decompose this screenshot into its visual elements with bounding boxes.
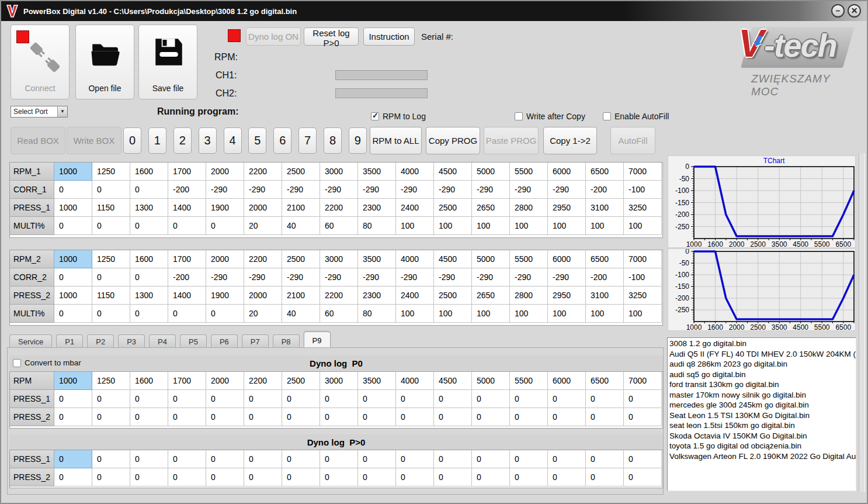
table-cell[interactable]: 3000 [320,250,358,268]
table-cell[interactable]: 2000 [206,163,244,181]
table-cell[interactable]: 6000 [548,372,586,390]
number-button-2[interactable]: 2 [173,127,192,154]
table-cell[interactable]: 1900 [206,286,244,305]
table-cell[interactable]: 2650 [472,286,510,305]
table-cell[interactable]: 100 [548,217,586,235]
table-cell[interactable]: 0 [510,468,548,486]
rpm-to-log-checkbox[interactable]: RPM to Log [371,112,426,121]
table-cell[interactable]: 4500 [434,372,472,390]
table-cell[interactable]: 100 [472,217,510,235]
table-cell[interactable]: 0 [92,181,130,199]
table-cell[interactable]: -290 [206,181,244,199]
table-cell[interactable]: 6500 [586,372,624,390]
table-cell[interactable]: -290 [510,181,548,199]
table-cell[interactable]: 1900 [206,199,244,217]
table-cell[interactable]: -100 [624,181,662,199]
select-port-dropdown[interactable]: Select Port ▼ [11,106,68,118]
table-cell[interactable]: 5000 [472,163,510,181]
table-cell[interactable]: 2000 [206,372,244,390]
table-cell[interactable]: 1250 [92,372,130,390]
table-cell[interactable]: 1600 [130,250,168,268]
connect-button[interactable]: Connect [11,25,70,99]
table-cell[interactable]: 2300 [358,286,396,305]
table-cell[interactable]: 3000 [320,372,358,390]
table-cell[interactable]: 20 [244,305,282,323]
table-cell[interactable]: 100 [510,217,548,235]
table-cell[interactable]: 2800 [510,199,548,217]
table-cell[interactable]: 4000 [396,163,434,181]
table-cell[interactable]: 0 [586,468,624,486]
table-cell[interactable]: 0 [358,450,396,468]
table-cell[interactable]: 1000 [54,286,92,305]
table-cell[interactable]: -290 [396,268,434,286]
table-cell[interactable]: 0 [206,390,244,408]
table-cell[interactable]: -290 [358,181,396,199]
table-cell[interactable]: 0 [434,390,472,408]
autofill-button[interactable]: AutoFill [610,127,655,154]
table-cell[interactable]: 0 [206,408,244,426]
table-cell[interactable]: 1000 [54,199,92,217]
file-list-item[interactable]: toyota 1.5 go digital od obciążenia.bin [669,441,856,451]
file-list-item[interactable]: 3008 1.2 go digital.bin [669,339,856,349]
table-cell[interactable]: 0 [54,408,92,426]
table-cell[interactable]: 0 [168,450,206,468]
table-cell[interactable]: 0 [586,450,624,468]
table-cell[interactable]: 0 [92,408,130,426]
tab-p4[interactable]: P4 [149,334,176,348]
table-cell[interactable]: 5500 [510,372,548,390]
table-cell[interactable]: -200 [586,268,624,286]
table-cell[interactable]: 0 [54,268,92,286]
table-cell[interactable]: 0 [92,468,130,486]
tab-p6[interactable]: P6 [211,334,238,348]
table-cell[interactable]: 0 [130,305,168,323]
table-cell[interactable]: 2000 [244,199,282,217]
table-cell[interactable]: 0 [586,408,624,426]
table-cell[interactable]: 1400 [168,199,206,217]
table-cell[interactable]: 3500 [358,163,396,181]
table-cell[interactable]: 2500 [434,286,472,305]
table-cell[interactable]: 6000 [548,163,586,181]
table-cell[interactable]: 60 [320,217,358,235]
table-cell[interactable]: 2500 [282,163,320,181]
number-button-9[interactable]: 9 [349,127,367,154]
table-cell[interactable]: -100 [624,268,662,286]
file-list-item[interactable]: Skoda Octavia IV 150KM Go Digital.bin [669,431,856,441]
table-cell[interactable]: 1250 [92,163,130,181]
table-cell[interactable]: 1300 [130,286,168,305]
table-cell[interactable]: 3250 [624,199,662,217]
table-cell[interactable]: -290 [396,181,434,199]
tab-p5[interactable]: P5 [180,334,207,348]
table-cell[interactable]: 2400 [396,286,434,305]
table-cell[interactable]: 1000 [54,372,92,390]
table-cell[interactable]: 0 [244,390,282,408]
file-list-item[interactable]: master 170km nowy silnik go digital.bin [669,390,856,401]
table-cell[interactable]: 3250 [624,286,662,305]
table-cell[interactable]: 0 [244,450,282,468]
table-cell[interactable]: -290 [320,268,358,286]
table-cell[interactable]: 0 [168,217,206,235]
table-cell[interactable]: 0 [92,268,130,286]
table-cell[interactable]: 0 [54,305,92,323]
file-list-item[interactable]: seat leon 1.5tsi 150km go digital.bin [669,420,856,431]
table-cell[interactable]: 1700 [168,372,206,390]
copy-prog-button[interactable]: Copy PROG [426,127,480,154]
copy-1-to-2-button[interactable]: Copy 1->2 [543,127,597,154]
file-list-item[interactable]: Volkswagen Arteon FL 2.0 190KM 2022 Go D… [669,451,856,462]
table-cell[interactable]: 0 [396,408,434,426]
table-cell[interactable]: 0 [624,390,662,408]
tab-service[interactable]: Service [9,334,52,348]
table-cell[interactable]: 100 [396,217,434,235]
table-cell[interactable]: 7000 [624,372,662,390]
table-cell[interactable]: 0 [434,468,472,486]
table-cell[interactable]: 80 [358,217,396,235]
table-cell[interactable]: 0 [396,450,434,468]
file-list[interactable]: 3008 1.2 go digital.binAudi Q5 II (FY FL… [667,337,856,491]
table-cell[interactable]: 0 [320,468,358,486]
table-cell[interactable]: 0 [282,390,320,408]
table-cell[interactable]: 0 [168,305,206,323]
table-cell[interactable]: 2400 [396,199,434,217]
table-cell[interactable]: 2500 [434,199,472,217]
table-cell[interactable]: 40 [282,217,320,235]
table-cell[interactable]: -290 [434,181,472,199]
table-cell[interactable]: 0 [54,390,92,408]
